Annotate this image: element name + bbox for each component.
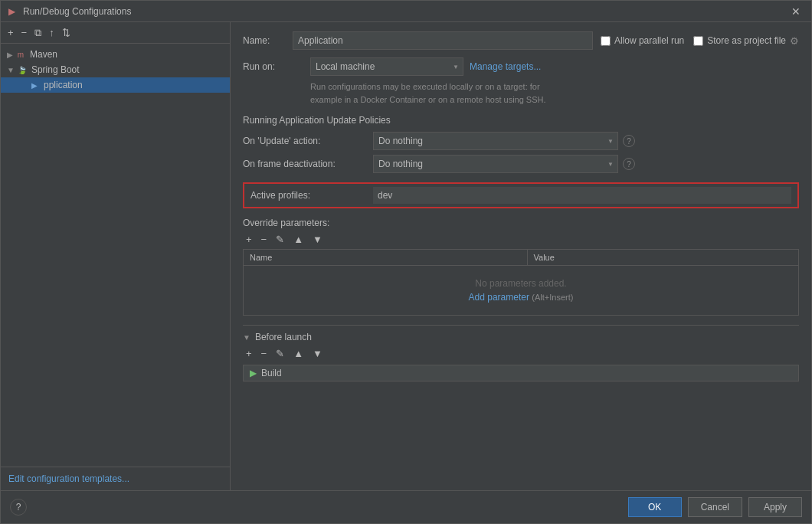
move-up-button[interactable]: ↑ bbox=[47, 27, 57, 38]
sidebar-toolbar: + − ⧉ ↑ ⇅ bbox=[1, 22, 230, 44]
allow-parallel-run-label: Allow parallel run bbox=[601, 35, 684, 46]
on-frame-deactivation-row: On frame deactivation: Do nothing Update… bbox=[243, 155, 799, 173]
store-as-project-file-label: Store as project file ⚙ bbox=[693, 35, 799, 47]
main-content: + − ⧉ ↑ ⇅ ▶ m Maven ▼ 🍃 Spring Boot bbox=[1, 22, 811, 490]
before-launch-chevron-icon: ▼ bbox=[243, 333, 250, 342]
on-frame-deactivation-label: On frame deactivation: bbox=[243, 159, 373, 169]
sidebar-footer: Edit configuration templates... bbox=[1, 467, 230, 490]
on-update-select[interactable]: Do nothing Update classes and resources bbox=[373, 132, 618, 150]
description-text: Run configurations may be executed local… bbox=[310, 80, 799, 106]
add-param-shortcut: (Alt+Insert) bbox=[532, 293, 573, 302]
no-params-row: No parameters added. Add parameter (Alt+… bbox=[244, 266, 799, 316]
active-profiles-input[interactable] bbox=[373, 187, 791, 204]
manage-targets-link[interactable]: Manage targets... bbox=[470, 61, 541, 72]
sidebar-tree: ▶ m Maven ▼ 🍃 Spring Boot ▶ pplication bbox=[1, 44, 230, 467]
remove-before-launch-button[interactable]: − bbox=[258, 347, 270, 360]
application-icon: ▶ bbox=[28, 79, 41, 91]
spring-boot-icon: 🍃 bbox=[16, 64, 28, 76]
override-parameters-title: Override parameters: bbox=[243, 218, 799, 228]
chevron-down-icon: ▼ bbox=[7, 66, 15, 74]
on-update-label: On 'Update' action: bbox=[243, 136, 373, 146]
store-as-project-file-checkbox[interactable] bbox=[693, 36, 703, 46]
maven-label: Maven bbox=[30, 49, 57, 60]
help-button[interactable]: ? bbox=[10, 499, 27, 516]
run-debug-configurations-dialog: ▶ Run/Debug Configurations ✕ + − ⧉ ↑ ⇅ ▶… bbox=[0, 0, 812, 524]
on-frame-deactivation-select[interactable]: Do nothing Update classes and resources bbox=[373, 155, 618, 173]
application-label: pplication bbox=[44, 80, 83, 90]
close-button[interactable]: ✕ bbox=[788, 5, 804, 18]
intellij-icon: ▶ bbox=[8, 6, 15, 17]
move-param-down-button[interactable]: ▼ bbox=[309, 233, 326, 246]
name-label: Name: bbox=[243, 35, 285, 46]
no-params-text: No parameters added. bbox=[256, 278, 786, 289]
sidebar-item-application[interactable]: ▶ pplication bbox=[1, 77, 230, 93]
active-profiles-label: Active profiles: bbox=[250, 190, 373, 201]
cancel-button[interactable]: Cancel bbox=[688, 497, 742, 517]
sidebar-item-spring-boot[interactable]: ▼ 🍃 Spring Boot bbox=[1, 62, 230, 77]
before-launch-title: Before launch bbox=[255, 332, 312, 342]
ok-button[interactable]: OK bbox=[628, 497, 682, 517]
move-param-up-button[interactable]: ▲ bbox=[290, 233, 306, 246]
remove-param-button[interactable]: − bbox=[258, 233, 270, 246]
build-icon: ▶ bbox=[250, 368, 257, 378]
edit-templates-link[interactable]: Edit configuration templates... bbox=[8, 473, 129, 484]
run-on-select-wrapper: Local machine bbox=[310, 57, 463, 76]
edit-before-launch-button[interactable]: ✎ bbox=[273, 347, 287, 360]
params-col-name: Name bbox=[244, 250, 528, 266]
sort-button[interactable]: ⇅ bbox=[60, 27, 73, 38]
name-header-row: Name: Allow parallel run Store as projec… bbox=[243, 31, 799, 50]
apply-button[interactable]: Apply bbox=[748, 497, 802, 517]
maven-icon: m bbox=[15, 48, 27, 61]
name-input[interactable] bbox=[293, 31, 593, 50]
override-parameters-section: Override parameters: + − ✎ ▲ ▼ Name Valu… bbox=[243, 218, 799, 316]
allow-parallel-run-checkbox[interactable] bbox=[601, 36, 611, 46]
policies-section-title: Running Application Update Policies bbox=[243, 115, 799, 126]
footer-left: ? bbox=[10, 499, 622, 516]
spring-boot-label: Spring Boot bbox=[31, 64, 80, 75]
copy-configuration-button[interactable]: ⧉ bbox=[32, 27, 44, 38]
right-panel: Name: Allow parallel run Store as projec… bbox=[231, 22, 811, 490]
store-gear-button[interactable]: ⚙ bbox=[790, 35, 799, 47]
run-on-row: Run on: Local machine Manage targets... bbox=[243, 57, 799, 76]
active-profiles-section: Active profiles: bbox=[243, 182, 799, 208]
move-before-launch-down-button[interactable]: ▼ bbox=[309, 347, 326, 360]
sidebar-item-maven[interactable]: ▶ m Maven bbox=[1, 47, 230, 62]
on-frame-deactivation-select-wrapper: Do nothing Update classes and resources bbox=[373, 155, 618, 173]
on-update-select-wrapper: Do nothing Update classes and resources bbox=[373, 132, 618, 150]
move-before-launch-up-button[interactable]: ▲ bbox=[290, 347, 306, 360]
policies-section: Running Application Update Policies On '… bbox=[243, 115, 799, 173]
add-parameter-link[interactable]: Add parameter (Alt+Insert) bbox=[469, 292, 574, 303]
edit-param-button[interactable]: ✎ bbox=[273, 233, 287, 246]
params-col-value: Value bbox=[527, 250, 799, 266]
build-label: Build bbox=[261, 368, 282, 378]
add-configuration-button[interactable]: + bbox=[5, 27, 16, 38]
before-launch-header: ▼ Before launch bbox=[243, 332, 799, 342]
remove-configuration-button[interactable]: − bbox=[19, 27, 30, 38]
active-profiles-row: Active profiles: bbox=[243, 182, 799, 208]
dialog-title: Run/Debug Configurations bbox=[23, 6, 131, 17]
title-bar-left: ▶ Run/Debug Configurations bbox=[8, 6, 131, 17]
params-table: Name Value No parameters added. Add para… bbox=[243, 249, 799, 316]
add-before-launch-button[interactable]: + bbox=[243, 347, 255, 360]
sidebar: + − ⧉ ↑ ⇅ ▶ m Maven ▼ 🍃 Spring Boot bbox=[1, 22, 231, 490]
on-frame-deactivation-help-icon[interactable]: ? bbox=[623, 158, 635, 170]
on-update-row: On 'Update' action: Do nothing Update cl… bbox=[243, 132, 799, 150]
dialog-footer: ? OK Cancel Apply bbox=[1, 490, 811, 523]
on-update-help-icon[interactable]: ? bbox=[623, 135, 635, 147]
run-on-label: Run on: bbox=[243, 61, 304, 72]
before-launch-toolbar: + − ✎ ▲ ▼ bbox=[243, 347, 799, 360]
config-form: Name: Allow parallel run Store as projec… bbox=[231, 22, 811, 490]
build-item: ▶ Build bbox=[243, 365, 799, 382]
chevron-right-icon: ▶ bbox=[7, 51, 13, 59]
add-param-button[interactable]: + bbox=[243, 233, 255, 246]
before-launch-section: ▼ Before launch + − ✎ ▲ ▼ ▶ Build bbox=[243, 325, 799, 382]
run-on-select[interactable]: Local machine bbox=[310, 57, 463, 76]
override-toolbar: + − ✎ ▲ ▼ bbox=[243, 233, 799, 246]
header-right-controls: Allow parallel run Store as project file… bbox=[601, 35, 799, 47]
title-bar: ▶ Run/Debug Configurations ✕ bbox=[1, 1, 811, 22]
